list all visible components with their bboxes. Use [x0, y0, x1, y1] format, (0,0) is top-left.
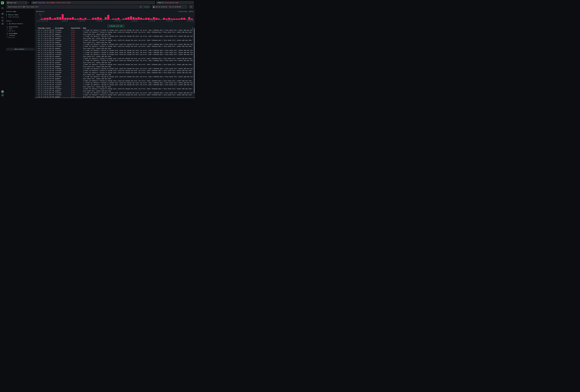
app-logo[interactable] [1, 1, 4, 4]
histogram-bar[interactable] [153, 17, 155, 19]
col-timestamp[interactable]: Timestamp (Local) [38, 27, 51, 29]
histogram-bar[interactable] [92, 18, 94, 19]
expand-row-icon[interactable] [36, 42, 37, 43]
expand-row-icon[interactable] [36, 82, 37, 83]
histogram-bar[interactable] [51, 18, 53, 19]
table-row[interactable]: Jun 11 1:56:51.982 PMfrontenderror✕ {"co… [35, 29, 195, 31]
table-row[interactable]: Jun 11 1:55:39.331 PMfrontenderror✕ {"co… [35, 82, 195, 84]
histogram-bar[interactable] [188, 17, 190, 19]
expand-row-icon[interactable] [36, 70, 37, 71]
table-row[interactable]: Jun 11 1:56:03.248 PMpaymenterrorVisa ca… [35, 62, 195, 64]
histogram-bar[interactable] [77, 18, 79, 19]
histogram-bar[interactable] [163, 18, 165, 19]
expand-row-icon[interactable] [36, 54, 37, 55]
expand-row-icon[interactable] [36, 56, 37, 57]
expand-row-icon[interactable] [36, 66, 37, 67]
expand-row-icon[interactable] [36, 97, 37, 97]
col-resize-handle[interactable] [70, 28, 70, 29]
load-more-servicename[interactable]: Load more [6, 37, 15, 38]
mode-lucene[interactable]: Lucene [144, 6, 149, 8]
dashboards-icon[interactable] [1, 23, 3, 25]
table-row[interactable]: Jun 11 1:56:32.848 PMfrontenderror✕ {"co… [35, 51, 195, 53]
table-row[interactable]: Jun 11 1:56:08.948 PMpaymenterrorVisa ca… [35, 55, 195, 57]
col-resize-handle[interactable] [82, 28, 82, 29]
histogram-bar[interactable] [140, 18, 142, 19]
expand-row-icon[interactable] [36, 74, 37, 75]
expand-row-icon[interactable] [36, 40, 37, 41]
table-row[interactable]: Jun 11 1:56:38.542 PMfrontenderror✕ {"co… [35, 43, 195, 45]
histogram-bar[interactable] [112, 18, 114, 19]
histogram-bar[interactable] [64, 18, 66, 19]
histogram-bar[interactable] [158, 18, 160, 19]
expand-row-icon[interactable] [36, 34, 37, 35]
table-row[interactable]: Jun 11 1:55:59.765 PMfrontenderror{"code… [35, 70, 195, 72]
histogram-bar[interactable] [84, 18, 86, 19]
histogram-bar[interactable] [107, 15, 109, 19]
time-range-picker[interactable]: Jun 11 13:41:52 - Jun 11 13:56:52 [152, 5, 187, 8]
histogram-bar[interactable] [128, 17, 130, 19]
col-servicename[interactable]: ServiceName [55, 27, 64, 29]
expand-row-icon[interactable] [36, 38, 37, 39]
table-row[interactable]: Jun 11 1:55:16.300 PMfrontenderror{"code… [35, 88, 195, 90]
filter-group-severitytext[interactable]: SeverityText [6, 26, 18, 28]
source-selector[interactable]: Demo Logs [6, 1, 27, 4]
histogram-bar[interactable] [123, 18, 125, 19]
expand-row-icon[interactable] [36, 88, 37, 89]
expand-row-icon[interactable] [36, 30, 37, 31]
expand-row-icon[interactable] [36, 48, 37, 49]
sessions-icon[interactable] [1, 19, 3, 21]
denoise-results-row[interactable]: Denoise Results [6, 23, 23, 24]
table-row[interactable]: Jun 11 1:55:59.767 PMfrontenderror✕ {"co… [35, 68, 195, 70]
histogram-bar[interactable] [191, 18, 193, 19]
analysis-mode-results-table[interactable]: Results Table [6, 14, 19, 16]
table-row[interactable]: Jun 11 1:56:43.001 PMfrontenderror✕ {"co… [35, 35, 195, 37]
expand-row-icon[interactable] [36, 86, 37, 87]
expand-row-icon[interactable] [36, 44, 37, 45]
expand-row-icon[interactable] [36, 64, 37, 65]
table-row[interactable]: Jun 11 1:56:42.999 PMfrontenderror{"code… [35, 39, 195, 41]
histogram-bar[interactable] [72, 17, 74, 19]
expand-row-icon[interactable] [36, 32, 37, 33]
table-row[interactable]: Jun 11 1:55:07.827 PMpaymenterrorVisa ca… [35, 90, 195, 92]
table-row[interactable]: Jun 11 1:55:51.454 PMfrontenderror✕ {"co… [35, 76, 195, 78]
histogram-bar[interactable] [79, 18, 81, 19]
histogram-bar[interactable] [49, 17, 51, 19]
expand-row-icon[interactable] [36, 68, 37, 69]
expand-row-icon[interactable] [36, 36, 37, 37]
histogram-bar[interactable] [115, 18, 117, 19]
expand-row-icon[interactable] [36, 60, 37, 61]
expand-row-icon[interactable] [36, 62, 37, 63]
histogram-bar[interactable] [130, 16, 132, 19]
histogram-bar[interactable] [143, 18, 145, 19]
expand-row-icon[interactable] [36, 58, 37, 59]
search-input[interactable]: SeverityText:error AND "Visa cache full"… [6, 5, 150, 8]
histogram-bar[interactable] [97, 17, 99, 19]
expand-row-icon[interactable] [36, 80, 37, 81]
histogram-bar[interactable] [150, 18, 152, 19]
horizontal-scrollbar[interactable] [35, 98, 195, 98]
table-row[interactable]: Jun 11 1:56:38.534 PMpaymenterrorVisa ca… [35, 41, 195, 43]
histogram-bar[interactable] [148, 18, 150, 19]
load-more-severitytext[interactable]: Load more [6, 30, 15, 32]
histogram-bar[interactable] [95, 18, 97, 19]
results-histogram[interactable]: 24 0 Jun 11 1:41:45 PM1:44:00 PM1:45:45 … [35, 14, 195, 21]
histogram-bar[interactable] [105, 17, 107, 19]
histogram-bar[interactable] [168, 18, 170, 19]
histogram-bar[interactable] [171, 18, 173, 19]
sidebar-toggle-icon[interactable] [1, 7, 3, 9]
table-row[interactable]: Jun 11 1:55:16.302 PMfrontenderror✕ {"co… [35, 84, 195, 86]
histogram-bar[interactable] [183, 18, 185, 19]
histogram-bar[interactable] [135, 18, 137, 19]
expand-row-icon[interactable] [36, 52, 37, 53]
expand-row-icon[interactable] [36, 91, 37, 91]
histogram-bar[interactable] [62, 14, 64, 19]
table-row[interactable]: Jun 11 1:55:51.452 PMfrontenderror{"code… [35, 72, 195, 74]
histogram-bar[interactable] [59, 17, 61, 19]
expand-row-icon[interactable] [36, 50, 37, 51]
histogram-bar[interactable] [74, 18, 76, 19]
histogram-bar[interactable] [100, 18, 102, 19]
col-body[interactable]: Body [83, 27, 86, 29]
expand-row-icon[interactable] [36, 76, 37, 77]
checkbox[interactable] [6, 28, 8, 30]
histogram-bar[interactable] [178, 18, 180, 19]
